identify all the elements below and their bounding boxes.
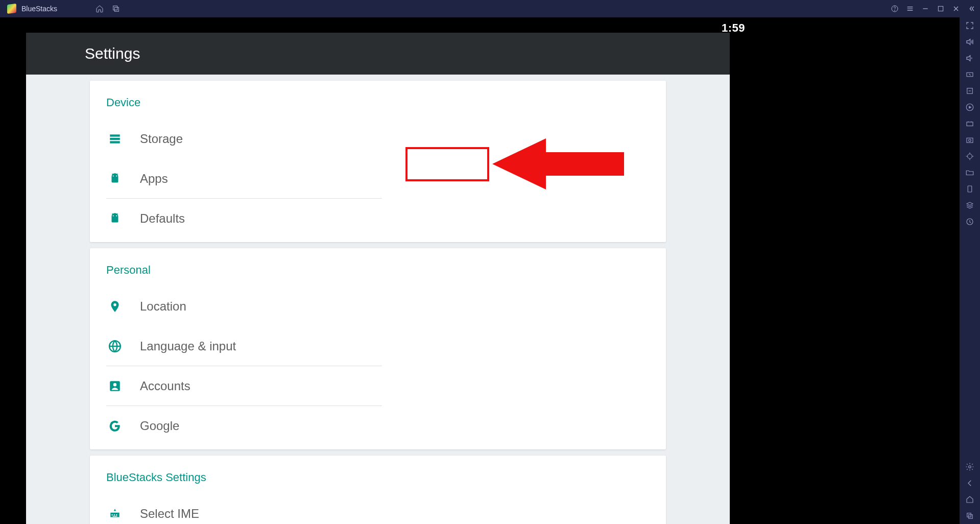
- android-home-button[interactable]: [960, 491, 980, 508]
- globe-icon: [107, 339, 123, 354]
- item-label: Storage: [140, 132, 183, 146]
- svg-point-15: [113, 383, 117, 387]
- android-viewport: 1:59 Settings Device Storage Apps: [0, 17, 755, 524]
- svg-rect-31: [967, 513, 971, 517]
- settings-item-storage[interactable]: Storage: [106, 118, 382, 158]
- section-title-bluestacks: BlueStacks Settings: [106, 471, 650, 484]
- close-button[interactable]: [949, 0, 963, 17]
- item-label: Select IME: [140, 507, 199, 521]
- svg-point-11: [116, 215, 117, 216]
- minimize-button[interactable]: [919, 0, 932, 17]
- install-apk-button[interactable]: [960, 83, 980, 99]
- svg-point-10: [113, 215, 114, 216]
- settings-header: Settings: [26, 33, 730, 75]
- volume-up-button[interactable]: [960, 34, 980, 50]
- item-label: Apps: [140, 172, 168, 186]
- svg-rect-7: [110, 141, 120, 143]
- svg-rect-28: [968, 186, 972, 192]
- page-title: Settings: [85, 45, 140, 62]
- android-icon: [107, 171, 123, 186]
- android-settings-surface: Settings Device Storage Apps: [26, 33, 730, 524]
- item-label: Google: [140, 419, 179, 433]
- settings-item-location[interactable]: Location: [106, 286, 382, 326]
- android-icon: [107, 211, 123, 226]
- help-button[interactable]: [888, 0, 901, 17]
- keymap-button[interactable]: [960, 66, 980, 83]
- location-icon: [107, 299, 123, 314]
- home-button[interactable]: [93, 0, 106, 17]
- section-title-device: Device: [106, 96, 650, 109]
- svg-rect-25: [967, 138, 973, 142]
- maximize-button[interactable]: [934, 0, 947, 17]
- svg-rect-6: [110, 137, 120, 139]
- svg-point-8: [113, 175, 114, 176]
- settings-item-language[interactable]: Language & input: [106, 326, 382, 366]
- fullscreen-button[interactable]: [960, 17, 980, 34]
- rotate-button[interactable]: [960, 181, 980, 197]
- app-name-label: BlueStacks: [21, 5, 57, 13]
- macro-button[interactable]: [960, 115, 980, 132]
- account-icon: [107, 378, 123, 394]
- bluestacks-titlebar: BlueStacks: [0, 0, 980, 17]
- menu-button[interactable]: [903, 0, 917, 17]
- media-folder-button[interactable]: [960, 164, 980, 181]
- volume-down-button[interactable]: [960, 50, 980, 66]
- svg-rect-1: [114, 7, 118, 11]
- section-personal: Personal Location Language & input Accou…: [90, 248, 666, 449]
- section-title-personal: Personal: [106, 264, 650, 277]
- settings-item-accounts[interactable]: Accounts: [106, 366, 382, 406]
- item-label: Location: [140, 299, 186, 314]
- svg-point-26: [969, 139, 971, 142]
- shake-button[interactable]: [960, 213, 980, 230]
- sync-button[interactable]: [960, 197, 980, 213]
- svg-rect-32: [969, 515, 973, 519]
- bluestacks-sidebar: [960, 17, 980, 524]
- section-device: Device Storage Apps Defaults: [90, 81, 666, 242]
- svg-point-12: [113, 303, 116, 306]
- bluestacks-logo-icon: [7, 4, 16, 14]
- collapse-sidebar-button[interactable]: [965, 0, 978, 17]
- svg-rect-5: [110, 134, 120, 136]
- screenshot-button[interactable]: [960, 132, 980, 148]
- record-button[interactable]: [960, 99, 980, 115]
- svg-rect-0: [113, 6, 117, 10]
- back-button[interactable]: [960, 475, 980, 491]
- item-label: Defaults: [140, 211, 185, 226]
- settings-item-ime[interactable]: Select IME: [106, 493, 382, 524]
- settings-button[interactable]: [960, 459, 980, 475]
- keyboard-icon: [107, 506, 123, 521]
- item-label: Language & input: [140, 339, 236, 353]
- recents-button[interactable]: [960, 508, 980, 524]
- settings-item-apps[interactable]: Apps: [106, 158, 382, 198]
- svg-rect-24: [967, 122, 973, 126]
- svg-rect-4: [938, 6, 943, 11]
- section-bluestacks: BlueStacks Settings Select IME Manage co…: [90, 456, 666, 524]
- svg-point-30: [969, 466, 971, 468]
- storage-icon: [107, 131, 123, 147]
- settings-item-defaults[interactable]: Defaults: [106, 198, 382, 238]
- multi-instance-button[interactable]: [109, 0, 123, 17]
- locate-button[interactable]: [960, 148, 980, 164]
- settings-item-google[interactable]: Google: [106, 406, 382, 445]
- svg-point-3: [894, 10, 895, 11]
- google-icon: [107, 418, 123, 434]
- item-label: Accounts: [140, 379, 190, 393]
- svg-point-27: [968, 154, 972, 159]
- svg-point-9: [116, 175, 117, 176]
